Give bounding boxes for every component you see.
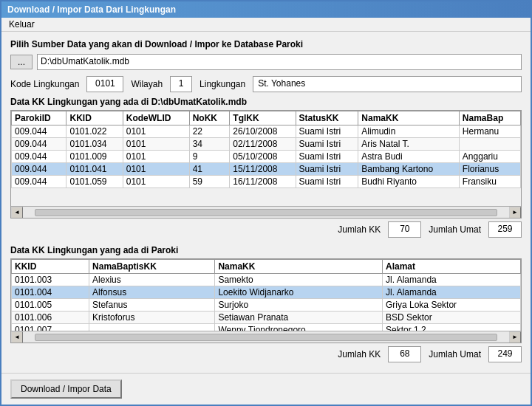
table2-header-row: KKID NamaBaptisKK NamaKK Alamat [12,260,521,274]
table1-summary: Jumlah KK 70 Jumlah Umat 259 [10,219,522,241]
table1-jumlah-kk-value: 70 [388,221,421,238]
file-browse-button[interactable]: ... [10,55,33,69]
table2-section: Data KK Lingkungan yang ada di Paroki KK… [10,245,522,365]
file-row: ... D:\dbUmatKatolik.mdb [10,54,522,70]
table-row[interactable]: 0101.005StefanusSurjokoGriya Loka Sektor [12,299,521,312]
table1-scroll-track[interactable] [35,209,497,216]
col-namabap: NamaBap [459,111,520,125]
col-kodewlid: KodeWLID [123,111,189,125]
table1-title: Data KK Lingkungan yang ada di D:\dbUmat… [10,97,522,107]
table1: ParokiID KKID KodeWLID NoKK TglKK Status… [11,111,521,188]
table2-title: Data KK Lingkungan yang ada di Paroki [10,245,522,255]
col-kkid: KKID [66,111,123,125]
table2-scroll-track[interactable] [35,334,497,341]
lingkungan-label: Lingkungan [200,79,245,89]
table1-scroll-right[interactable]: ► [509,207,521,219]
wilayah-label: Wilayah [131,79,163,89]
kode-lingkungan-label: Kode Lingkungan [10,79,79,89]
table1-scroll-left[interactable]: ◄ [11,207,23,219]
main-window: Download / Impor Data Dari Lingkungan Ke… [0,0,532,406]
lingkungan-value: St. Yohanes [253,76,522,92]
table1-jumlah-kk-label: Jumlah KK [338,224,381,235]
table2-hscroll[interactable]: ◄ ► [11,331,521,343]
table-row[interactable]: 009.0440101.0090101905/10/2008Suami Istr… [12,151,521,163]
menu-keluar[interactable]: Keluar [6,18,38,31]
table1-jumlah-umat-value: 259 [488,221,522,238]
table-row[interactable]: 0101.003AlexiusSamektoJl. Alamanda [12,274,521,286]
col-tglkk: TglKK [230,111,296,125]
table-row[interactable]: 009.0440101.04101014115/11/2008Suami Ist… [12,163,521,176]
table2: KKID NamaBaptisKK NamaKK Alamat 0101.003… [11,259,521,331]
table-row[interactable]: 009.0440101.02201012226/10/2008Suami Ist… [12,125,521,138]
download-button[interactable]: Download / Impor Data [10,379,122,399]
table2-summary: Jumlah KK 68 Jumlah Umat 249 [10,343,522,365]
col2-namakk: NamaKK [215,260,383,274]
table1-wrapper: ParokiID KKID KodeWLID NoKK TglKK Status… [10,110,522,219]
wilayah-value: 1 [170,76,192,92]
col-namakk: NamaKK [358,111,460,125]
kode-row: Kode Lingkungan 0101 Wilayah 1 Lingkunga… [10,76,522,92]
table2-jumlah-umat-value: 249 [488,346,522,362]
bottom-bar: Download / Impor Data [1,373,531,405]
table2-jumlah-kk-value: 68 [388,346,421,362]
table2-jumlah-kk-label: Jumlah KK [338,349,381,359]
file-path-input[interactable]: D:\dbUmatKatolik.mdb [37,54,522,70]
col2-alamat: Alamat [383,260,521,274]
source-section-label: Pilih Sumber Data yang akan di Download … [10,39,522,49]
table2-jumlah-umat-label: Jumlah Umat [429,349,481,359]
table1-container[interactable]: ParokiID KKID KodeWLID NoKK TglKK Status… [11,111,521,206]
table2-container[interactable]: KKID NamaBaptisKK NamaKK Alamat 0101.003… [11,259,521,331]
title-bar: Download / Impor Data Dari Lingkungan [1,1,531,18]
table1-header-row: ParokiID KKID KodeWLID NoKK TglKK Status… [12,111,521,125]
content-area: Pilih Sumber Data yang akan di Download … [1,32,531,373]
kode-lingkungan-value: 0101 [86,76,123,92]
col2-kkid: KKID [12,260,89,274]
table1-jumlah-umat-label: Jumlah Umat [429,224,481,235]
table2-scroll-right[interactable]: ► [509,331,521,343]
table1-hscroll[interactable]: ◄ ► [11,206,521,218]
table-row[interactable]: 0101.007Wenny TjondronegoroSektor 1.2 [12,324,521,331]
window-title: Download / Impor Data Dari Lingkungan [7,4,176,15]
table-row[interactable]: 0101.004AlfonsusLoekito WidjanarkoJl. Al… [12,286,521,299]
table2-wrapper: KKID NamaBaptisKK NamaKK Alamat 0101.003… [10,258,522,343]
col2-namabaptiskk: NamaBaptisKK [89,260,215,274]
table-row[interactable]: 009.0440101.03401013402/11/2008Suami Ist… [12,138,521,151]
col-parokiid: ParokiID [12,111,66,125]
col-statuskk: StatusKK [296,111,358,125]
menu-bar: Keluar [1,18,531,32]
col-nokk: NoKK [189,111,230,125]
table-row[interactable]: 0101.006KristoforusSetiawan PranataBSD S… [12,312,521,324]
table2-scroll-left[interactable]: ◄ [11,331,23,343]
table-row[interactable]: 009.0440101.05901015916/11/2008Suami Ist… [12,176,521,188]
table1-section: Data KK Lingkungan yang ada di D:\dbUmat… [10,97,522,241]
